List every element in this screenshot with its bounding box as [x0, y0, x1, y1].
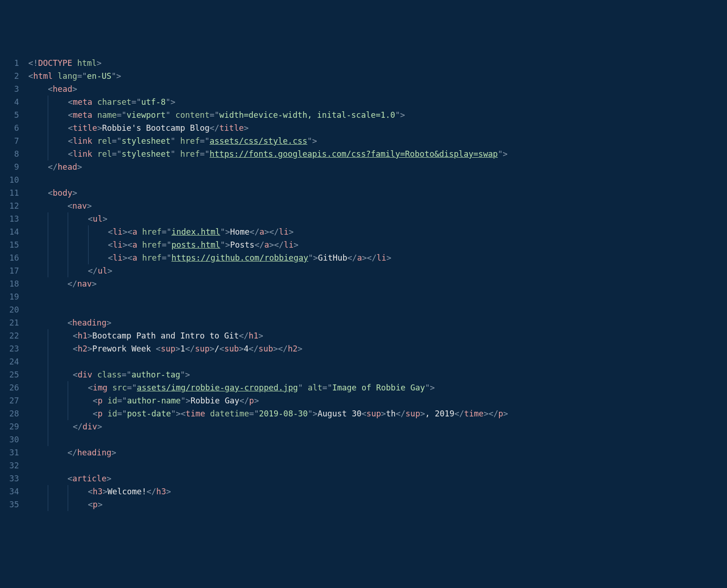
code-line[interactable]: <head>: [28, 83, 727, 96]
token-p: ": [181, 396, 186, 405]
code-line[interactable]: </nav>: [28, 277, 727, 290]
line-number: 19: [9, 290, 19, 303]
code-line[interactable]: <!DOCTYPE html>: [28, 57, 727, 70]
line-number: 15: [9, 238, 19, 251]
code-line[interactable]: </ul>: [28, 264, 727, 277]
code-line[interactable]: <ul>: [28, 212, 727, 225]
token-s: en-US: [87, 71, 112, 81]
token-p: </: [147, 487, 156, 496]
token-p: ></: [484, 409, 498, 418]
token-p: =: [162, 240, 167, 249]
code-line[interactable]: <h3>Welcome!</h3>: [28, 485, 727, 498]
token-p: ": [204, 136, 210, 146]
token-a: src: [108, 383, 127, 392]
line-number: 35: [9, 498, 19, 511]
token-p: <: [68, 123, 73, 133]
token-p: >: [102, 214, 108, 224]
code-line[interactable]: [28, 173, 727, 186]
token-s: Image of Robbie Gay: [332, 383, 425, 392]
token-t: div: [83, 422, 97, 431]
code-line[interactable]: <link rel="stylesheet" href="assets/css/…: [28, 134, 727, 147]
token-p: >: [77, 162, 82, 172]
code-line[interactable]: <title>Robbie's Bootcamp Blog</title>: [28, 121, 727, 134]
token-a: content: [171, 110, 210, 120]
token-p: ": [220, 240, 225, 249]
code-line[interactable]: [28, 355, 727, 368]
token-p: >: [210, 344, 215, 353]
line-number: 16: [9, 251, 19, 264]
token-p: =: [249, 409, 254, 418]
code-line[interactable]: </head>: [28, 160, 727, 173]
token-p: >: [254, 396, 259, 405]
token-p: >: [225, 227, 230, 236]
code-editor[interactable]: 1234567891011121314151617181920212223242…: [0, 52, 727, 516]
token-t: head: [57, 162, 77, 172]
token-t: article: [72, 474, 107, 483]
token-p: >: [92, 279, 97, 288]
code-line[interactable]: <li><a href="posts.html">Posts</a></li>: [28, 238, 727, 251]
code-line[interactable]: <article>: [28, 472, 727, 485]
code-area[interactable]: <!DOCTYPE html><html lang="en-US"> <head…: [28, 52, 727, 516]
code-line[interactable]: <p id="author-name">Robbie Gay</p>: [28, 394, 727, 407]
code-line[interactable]: <li><a href="index.html">Home</a></li>: [28, 225, 727, 238]
line-number: 17: [9, 264, 19, 277]
token-p: ": [171, 149, 176, 159]
token-p: =: [322, 383, 327, 392]
code-line[interactable]: [28, 303, 727, 316]
line-number: 27: [9, 394, 19, 407]
code-line[interactable]: <meta charset="utf-8">: [28, 96, 727, 109]
token-p: ": [498, 149, 503, 159]
token-tx: GitHub: [318, 253, 347, 262]
code-line[interactable]: <body>: [28, 186, 727, 199]
code-line[interactable]: <html lang="en-US">: [28, 70, 727, 83]
token-p: >: [72, 188, 77, 198]
token-p: <: [67, 201, 72, 211]
code-line[interactable]: <li><a href="https://github.com/robbiega…: [28, 251, 727, 264]
token-p: <: [88, 383, 93, 392]
token-t: heading: [72, 318, 107, 327]
code-line[interactable]: <h2>Prework Week <sup>1</sup>/<sub>4</su…: [28, 342, 727, 355]
token-s: viewport: [127, 110, 166, 120]
code-line[interactable]: <p>: [28, 498, 727, 511]
code-line[interactable]: [28, 459, 727, 472]
token-p: ": [117, 149, 122, 159]
code-line[interactable]: [28, 433, 727, 446]
code-line[interactable]: </heading>: [28, 446, 727, 459]
code-line[interactable]: </div>: [28, 420, 727, 433]
line-number: 30: [9, 433, 19, 446]
token-p: ": [122, 409, 127, 418]
token-tx: Robbie Gay: [191, 396, 239, 405]
token-p: ": [136, 97, 141, 107]
token-p: </: [249, 344, 258, 353]
code-line[interactable]: [28, 290, 727, 303]
token-t: body: [53, 188, 72, 198]
code-line[interactable]: <div class="author-tag">: [28, 368, 727, 381]
code-line[interactable]: <link rel="stylesheet" href="https://fon…: [28, 147, 727, 160]
code-line[interactable]: <p id="post-date"><time datetime="2019-0…: [28, 407, 727, 420]
code-line[interactable]: <h1>Bootcamp Path and Intro to Git</h1>: [28, 329, 727, 342]
token-p: >: [293, 240, 299, 249]
token-p: =: [121, 370, 127, 379]
token-tx: Home: [230, 227, 249, 236]
token-p: ><: [122, 240, 132, 249]
token-p: =: [200, 136, 205, 146]
token-p: ": [307, 136, 312, 146]
token-p: <: [88, 500, 93, 509]
code-line[interactable]: <nav>: [28, 199, 727, 212]
token-t: a: [132, 253, 137, 262]
token-t: sup: [161, 344, 176, 353]
token-p: ": [395, 110, 400, 120]
token-p: =: [117, 396, 122, 405]
token-t: h3: [156, 487, 166, 496]
token-t: sub: [258, 344, 273, 353]
code-line[interactable]: <img src="assets/img/robbie-gay-cropped.…: [28, 381, 727, 394]
token-p: <: [108, 253, 113, 262]
line-number: 12: [9, 199, 19, 212]
token-t: li: [279, 227, 289, 236]
token-a: href: [137, 240, 162, 249]
code-line[interactable]: <meta name="viewport" content="width=dev…: [28, 109, 727, 121]
token-p: ": [166, 110, 171, 120]
code-line[interactable]: <heading>: [28, 316, 727, 329]
token-p: >: [312, 409, 318, 418]
token-p: ><: [122, 253, 132, 262]
